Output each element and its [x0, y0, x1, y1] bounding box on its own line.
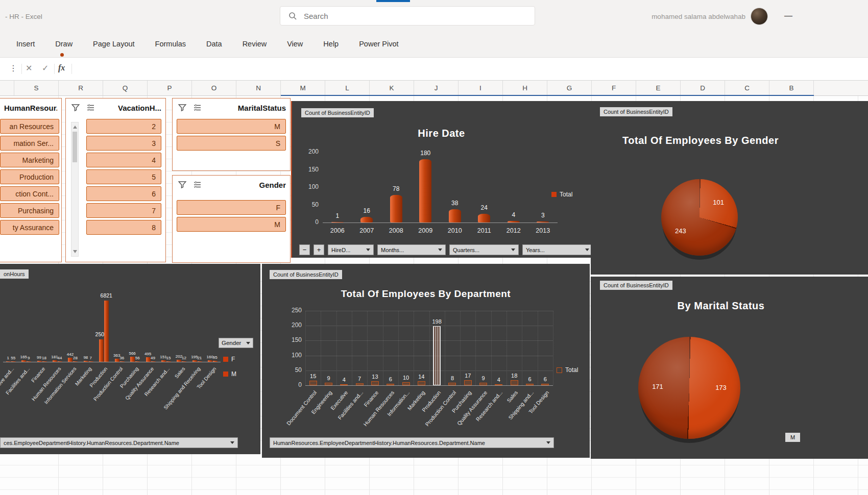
chart-title: Total Of Employees By Gender — [611, 132, 790, 149]
y-axis-label: 0 — [282, 381, 302, 388]
slicer-item-7[interactable]: 7 — [86, 203, 161, 218]
scroll-thumb[interactable] — [73, 132, 77, 162]
employees-by-department-chart[interactable]: Count of BusinessEntityID Total Of Emplo… — [262, 264, 590, 458]
pivot-field-button-hired[interactable]: HireD... — [328, 244, 374, 255]
clear-filter-icon[interactable] — [177, 179, 188, 190]
column-header-partial[interactable] — [814, 81, 868, 95]
slicer-item-m[interactable]: M — [177, 217, 286, 232]
column-header-p[interactable]: P — [148, 81, 192, 95]
cancel-icon[interactable]: ✕ — [26, 63, 32, 73]
column-header-s[interactable]: S — [14, 81, 59, 95]
scroll-up-icon[interactable] — [73, 126, 77, 129]
column-header-l[interactable]: L — [325, 81, 370, 95]
slicer-item-ction-cont[interactable]: ction Cont... — [0, 186, 59, 201]
bar-value-label: 4 — [502, 211, 525, 218]
axis-field-dropdown[interactable]: ces.EmployeeDepartmentHistory.HumanResou… — [0, 437, 238, 448]
pivot-field-badge[interactable]: Count of BusinessEntityID — [301, 108, 374, 117]
ribbon-tab-data[interactable]: Data — [205, 38, 223, 50]
scroll-down-icon[interactable] — [73, 250, 77, 253]
ribbon-tab-insert[interactable]: Insert — [15, 38, 36, 50]
column-header-q[interactable]: Q — [103, 81, 148, 95]
name-box-handle-icon[interactable]: ⋮ — [9, 63, 17, 73]
column-header-i[interactable]: I — [459, 81, 503, 95]
clear-filter-icon[interactable] — [177, 102, 188, 113]
by-marital-status-chart[interactable]: Count of BusinessEntityID By Marital Sta… — [591, 277, 868, 459]
slicer-item-5[interactable]: 5 — [86, 169, 161, 184]
multi-select-icon[interactable] — [192, 179, 203, 190]
slicer-vacation-hours[interactable]: VacationH... 2345678 — [65, 98, 166, 262]
column-header-h[interactable]: H — [503, 81, 547, 95]
clear-filter-icon[interactable] — [70, 102, 81, 113]
column-header-o[interactable]: O — [192, 81, 236, 95]
column-header-n[interactable]: N — [236, 81, 281, 95]
column-header-r[interactable]: R — [59, 81, 103, 95]
ribbon-tab-draw[interactable]: Draw — [54, 38, 74, 50]
ribbon-tab-review[interactable]: Review — [242, 38, 268, 50]
slicer-item-4[interactable]: 4 — [86, 153, 161, 167]
expand-field-button[interactable]: + — [314, 244, 324, 255]
bar-F-marketing — [84, 361, 88, 362]
slicer-header: MaritalStatus — [173, 98, 290, 117]
column-header-k[interactable]: K — [370, 81, 414, 95]
slicer-item-8[interactable]: 8 — [86, 220, 161, 235]
slicer-department[interactable]: HumanResour... an Resourcesmation Ser...… — [0, 98, 62, 262]
ribbon-tab-power-pivot[interactable]: Power Pivot — [358, 38, 399, 50]
employees-by-gender-chart[interactable]: Count of BusinessEntityID Total Of Emplo… — [591, 101, 868, 275]
slicer-item-mation-ser[interactable]: mation Ser... — [0, 136, 59, 151]
minimize-button[interactable]: — — [780, 9, 797, 22]
slicer-item-purchasing[interactable]: Purchasing — [0, 203, 59, 218]
collapse-field-button[interactable]: − — [299, 244, 310, 255]
slicer-marital-status[interactable]: MaritalStatus MS — [172, 98, 291, 171]
slicer-gender[interactable]: Gender FM — [172, 175, 291, 263]
insert-function-icon[interactable]: fx — [58, 63, 65, 72]
pivot-field-button-months[interactable]: Months... — [377, 244, 446, 255]
gender-filter-button[interactable]: Gender — [219, 338, 253, 348]
formula-bar[interactable]: ⋮ ✕ ✓ fx — [0, 57, 868, 81]
slicer-item-f[interactable]: F — [177, 200, 286, 215]
slicer-scrollbar[interactable] — [71, 122, 79, 257]
bar-value-label: 6 — [522, 376, 538, 382]
pivot-field-button-years[interactable]: Years... — [522, 244, 591, 255]
hire-date-chart[interactable]: Count of BusinessEntityID Hire Date 1200… — [291, 101, 591, 258]
slicer-item-3[interactable]: 3 — [86, 136, 161, 151]
search-box[interactable] — [280, 6, 535, 26]
multi-select-icon[interactable] — [85, 102, 97, 113]
column-header-m[interactable]: M — [281, 81, 325, 95]
enter-icon[interactable]: ✓ — [42, 63, 49, 73]
cut-off-field-badge[interactable]: M — [785, 433, 800, 442]
column-header-b[interactable]: B — [769, 81, 814, 95]
ribbon-tab-formulas[interactable]: Formulas — [154, 38, 187, 50]
vacation-hours-chart[interactable]: onHours 11659918144298250936356649515120… — [0, 264, 260, 454]
pivot-field-badge[interactable]: Count of BusinessEntityID — [270, 270, 342, 279]
ribbon-tab-help[interactable]: Help — [322, 38, 340, 50]
slicer-item-production[interactable]: Production — [0, 169, 59, 184]
column-header-j[interactable]: J — [414, 81, 459, 95]
axis-field-dropdown[interactable]: HumanResources.EmployeeDepartmentHistory… — [270, 437, 554, 448]
slicer-item-ty-assurance[interactable]: ty Assurance — [0, 220, 59, 235]
column-header-partial[interactable] — [0, 81, 14, 95]
search-input[interactable] — [303, 11, 509, 21]
pivot-field-button-quarters[interactable]: Quarters... — [449, 244, 519, 255]
ribbon-tab-view[interactable]: View — [286, 38, 304, 50]
ribbon-tab-page-layout[interactable]: Page Layout — [92, 38, 135, 50]
slicer-item-6[interactable]: 6 — [86, 186, 161, 201]
pie-graphic — [661, 179, 738, 256]
column-header-g[interactable]: G — [547, 81, 592, 95]
slicer-item-s[interactable]: S — [177, 136, 286, 151]
pivot-field-badge[interactable]: Count of BusinessEntityID — [600, 107, 672, 116]
bar-F-facilities-and — [21, 360, 26, 362]
column-header-f[interactable]: F — [592, 81, 636, 95]
bar-M-purchasing — [135, 361, 140, 362]
pivot-field-badge[interactable]: Count of BusinessEntityID — [600, 281, 672, 290]
y-axis-label: 0 — [299, 218, 319, 226]
slicer-item-an-resources[interactable]: an Resources — [0, 119, 59, 134]
avatar[interactable] — [751, 8, 768, 25]
slicer-item-2[interactable]: 2 — [86, 119, 161, 134]
column-header-d[interactable]: D — [681, 81, 725, 95]
slicer-item-marketing[interactable]: Marketing — [0, 153, 59, 167]
pivot-field-badge[interactable]: onHours — [0, 269, 29, 279]
column-header-e[interactable]: E — [636, 81, 681, 95]
slicer-item-m[interactable]: M — [177, 119, 286, 134]
column-header-c[interactable]: C — [725, 81, 769, 95]
multi-select-icon[interactable] — [192, 102, 203, 113]
